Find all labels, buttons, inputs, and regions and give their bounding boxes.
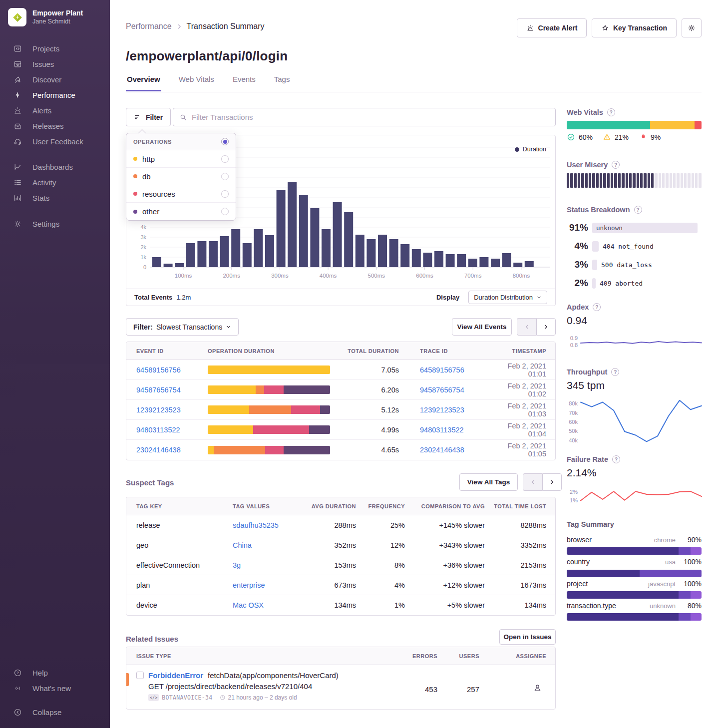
org-switcher[interactable]: Empower Plant Jane Schmidt <box>8 8 83 26</box>
event-id-link[interactable]: 12392123523 <box>136 406 208 414</box>
trace-id-link[interactable]: 12392123523 <box>399 406 489 414</box>
collapse-icon <box>13 708 22 717</box>
status-label: 409 aborted <box>600 280 643 287</box>
event-id-link[interactable]: 94587656754 <box>136 386 208 394</box>
operations-all-radio[interactable] <box>221 138 229 145</box>
tag-summary-bar <box>567 547 702 555</box>
issue-short-id[interactable]: </> BOTANAVOICE-34 <box>148 694 213 701</box>
sidebar-item-projects[interactable]: Projects <box>0 41 110 56</box>
tag-value-link[interactable]: 3g <box>233 561 306 569</box>
misery-segment <box>655 173 657 188</box>
tag-value-link[interactable]: enterprise <box>233 581 306 589</box>
tag-value-link[interactable]: sdaufhu35235 <box>233 521 306 529</box>
help-circle-icon[interactable]: ? <box>612 161 620 169</box>
tab-web-vitals[interactable]: Web Vitals <box>178 75 215 91</box>
help-circle-icon[interactable]: ? <box>612 455 620 463</box>
help-circle-icon[interactable]: ? <box>634 206 642 214</box>
sidebar-item-stats[interactable]: Stats <box>0 190 110 206</box>
key-transaction-button[interactable]: Key Transaction <box>592 18 677 37</box>
apdex-value: 0.94 <box>567 315 587 327</box>
resources-radio[interactable] <box>221 190 229 198</box>
breadcrumb-performance[interactable]: Performance <box>126 22 172 31</box>
filter-button[interactable]: Filter <box>126 108 171 126</box>
sidebar-item-issues[interactable]: Issues <box>0 56 110 72</box>
misery-segment <box>574 173 577 188</box>
frequency: 25% <box>356 521 405 529</box>
alerts-icon <box>13 106 22 115</box>
user-feedback-icon <box>13 137 22 146</box>
comparison: +343% slower <box>405 541 485 549</box>
tab-events[interactable]: Events <box>232 75 257 91</box>
sidebar-item-releases[interactable]: Releases <box>0 118 110 134</box>
tag-value-link[interactable]: Mac OSX <box>233 601 306 609</box>
help-icon: ? <box>13 669 22 677</box>
sidebar-item-settings[interactable]: Settings <box>0 216 110 232</box>
sidebar-item-discover[interactable]: Discover <box>0 72 110 87</box>
status-pct: 2% <box>567 278 588 289</box>
failure-rate-title: Failure Rate <box>567 455 608 463</box>
tab-overview[interactable]: Overview <box>126 75 161 91</box>
tag-value-link[interactable]: China <box>233 541 306 549</box>
trace-id-link[interactable]: 64589156756 <box>399 366 489 374</box>
operation-option-http[interactable]: http <box>126 150 236 168</box>
other-radio[interactable] <box>221 208 229 215</box>
operation-duration-bar <box>208 446 330 454</box>
view-all-events-button[interactable]: View All Events <box>452 318 512 336</box>
db-radio[interactable] <box>221 173 229 180</box>
tag-summary-key: browser <box>567 536 654 544</box>
sidebar-collapse-button[interactable]: Collapse <box>0 705 110 720</box>
apdex-tick: 0.8 <box>566 342 578 348</box>
previous-page-button[interactable] <box>517 318 536 336</box>
create-alert-button[interactable]: Create Alert <box>517 18 587 37</box>
histogram-bar <box>265 235 274 267</box>
help-circle-icon[interactable]: ? <box>593 303 601 311</box>
misery-segment <box>592 173 595 188</box>
next-page-button[interactable] <box>542 473 562 491</box>
vitals-poor-pct: 9% <box>651 133 661 141</box>
event-id-link[interactable]: 64589156756 <box>136 366 208 374</box>
trace-id-link[interactable]: 94587656754 <box>399 386 489 394</box>
sidebar-item-user-feedback[interactable]: User Feedback <box>0 134 110 149</box>
previous-page-button[interactable] <box>523 473 542 491</box>
page-settings-button[interactable] <box>682 18 702 37</box>
sidebar-item-performance[interactable]: Performance <box>0 87 110 103</box>
resources-color-dot <box>133 192 137 196</box>
operation-label: resources <box>142 190 216 198</box>
op-segment-db <box>214 446 265 454</box>
status-breakdown-title-row: Status Breakdown ? <box>567 206 642 214</box>
assignee-icon[interactable] <box>533 683 542 693</box>
issue-type-link[interactable]: ForbiddenError <box>148 671 203 680</box>
event-id-link[interactable]: 23024146438 <box>136 446 208 454</box>
http-radio[interactable] <box>221 155 229 163</box>
help-circle-icon[interactable]: ? <box>611 368 619 376</box>
view-all-tags-button[interactable]: View All Tags <box>459 473 518 491</box>
chart-legend[interactable]: Duration <box>515 146 546 153</box>
operation-option-db[interactable]: db <box>126 168 236 185</box>
next-page-button[interactable] <box>536 318 556 336</box>
display-dropdown[interactable]: Duration Distribution <box>468 291 547 304</box>
search-input[interactable] <box>192 113 549 121</box>
operation-option-resources[interactable]: resources <box>126 185 236 203</box>
op-segment-other <box>284 446 330 454</box>
sidebar-item-activity[interactable]: Activity <box>0 175 110 190</box>
sidebar-nav: Projects Issues Discover Performance Ale… <box>0 41 110 232</box>
col-assignee: ASSIGNEE <box>479 653 546 659</box>
help-circle-icon[interactable]: ? <box>607 108 615 116</box>
sidebar-item-alerts[interactable]: Alerts <box>0 103 110 118</box>
col-issue-type: ISSUE TYPE <box>136 653 400 659</box>
histogram-bar <box>513 263 522 267</box>
operation-option-other[interactable]: other <box>126 203 236 220</box>
issue-checkbox[interactable] <box>136 672 144 679</box>
assignee-cell <box>479 671 546 709</box>
operations-dropdown-header[interactable]: OPERATIONS <box>126 133 236 150</box>
open-in-issues-button[interactable]: Open in Issues <box>499 629 556 645</box>
event-id-link[interactable]: 94803113522 <box>136 426 208 434</box>
trace-id-link[interactable]: 94803113522 <box>399 426 489 434</box>
sidebar-item-whats-new[interactable]: What's new <box>0 681 110 696</box>
sidebar-item-label: Settings <box>32 220 59 228</box>
sidebar-item-dashboards[interactable]: Dashboards <box>0 159 110 175</box>
trace-id-link[interactable]: 23024146438 <box>399 446 489 454</box>
tab-tags[interactable]: Tags <box>273 75 291 91</box>
sidebar-item-help[interactable]: ? Help <box>0 665 110 681</box>
events-filter-dropdown[interactable]: Filter: Slowest Transactions <box>126 318 239 336</box>
